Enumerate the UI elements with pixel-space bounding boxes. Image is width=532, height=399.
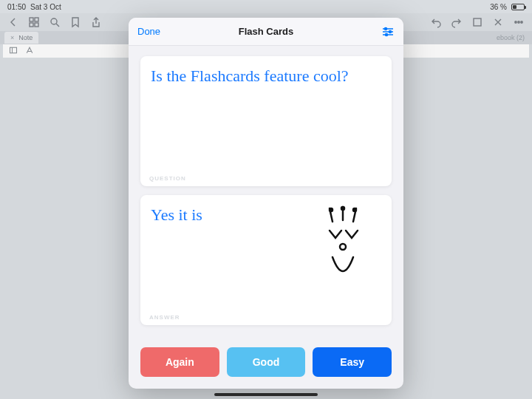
settings-icon[interactable] — [381, 25, 395, 38]
again-button[interactable]: Again — [140, 347, 219, 377]
status-bar: 01:50 Sat 3 Oct 36 % — [0, 0, 532, 13]
svg-point-12 — [385, 27, 387, 30]
svg-point-21 — [340, 244, 346, 250]
good-button[interactable]: Good — [227, 347, 306, 377]
status-date: Sat 3 Oct — [30, 3, 61, 11]
doodle-icon — [313, 205, 372, 287]
status-time: 01:50 — [7, 3, 26, 11]
svg-point-19 — [341, 207, 344, 210]
svg-point-18 — [330, 208, 332, 211]
answer-tag: ANSWER — [149, 314, 180, 321]
svg-point-13 — [389, 30, 392, 33]
question-card[interactable]: Is the Flashcards feature cool? QUESTION — [140, 56, 392, 186]
battery-icon — [511, 4, 525, 10]
rating-buttons: Again Good Easy — [129, 344, 403, 389]
screen: 01:50 Sat 3 Oct 36 % Untitled Notebook (… — [0, 0, 532, 399]
svg-point-20 — [353, 208, 356, 211]
modal-header: Done Flash Cards — [129, 18, 403, 46]
answer-card[interactable]: Yes it is ANSWER — [140, 195, 392, 325]
done-button[interactable]: Done — [137, 26, 160, 37]
easy-button[interactable]: Easy — [313, 347, 392, 377]
home-indicator[interactable] — [214, 393, 318, 396]
battery-percent: 36 % — [490, 3, 507, 11]
modal-title: Flash Cards — [239, 26, 293, 37]
flashcards-modal: Done Flash Cards Is the Flashcards featu… — [129, 18, 403, 389]
svg-point-14 — [386, 33, 388, 35]
question-tag: QUESTION — [149, 175, 186, 182]
modal-body: Is the Flashcards feature cool? QUESTION… — [129, 46, 403, 344]
question-text: Is the Flashcards feature cool? — [151, 64, 381, 89]
